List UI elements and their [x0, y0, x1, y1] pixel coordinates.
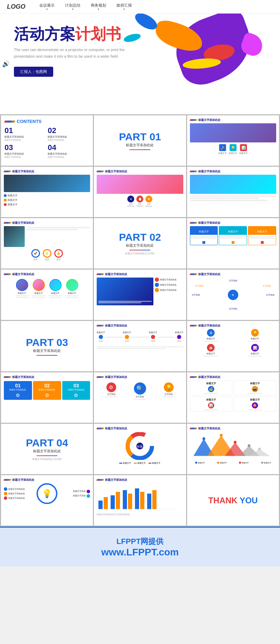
part03-slide: PART 03 标题文字添加此处: [1, 321, 93, 371]
barchart-slide: 标题文字添加此处 标题文字添加此处正文内容添加此处: [94, 475, 186, 526]
city-circle-slide: 标题文字添加此处 🚀 文字 ⭐ 文字 👍 文字: [1, 218, 93, 269]
contents-item-1: 01 标题文字添加此处 标题文字添加此处: [5, 126, 46, 142]
logo: LOGO: [7, 3, 25, 10]
part03-num: PART 03: [26, 337, 68, 348]
city-photo: [190, 123, 276, 142]
nav-bar: 会议展示 ▼ 计划总结 ▼ 商务规划 ▼ 政府汇报 ▼: [39, 3, 132, 10]
icons-list-slide: 标题文字添加此处 标题文字 💰 标题文字 📷 标题文字 📊: [187, 372, 279, 423]
svg-point-13: [248, 444, 250, 447]
mountain-slide: 标题文字添加此处 标题文字 标题文字 标题文字 标题文字: [187, 424, 279, 474]
part02-num: PART 02: [119, 231, 161, 243]
svg-rect-24: [147, 494, 151, 509]
steps-slide: 标题文字添加此处 01 标题文字添加此处 ⚙ 02 标题文字添加此处 ⚙ 03 …: [1, 372, 93, 423]
svg-rect-18: [111, 495, 115, 509]
contents-item-2: 02 标题文字添加此处 标题文字添加此处: [48, 126, 89, 142]
part01-title: 标题文字添加此处: [126, 143, 154, 148]
people-slide: 标题文字添加此处 标题文字 标题文字 标题文字: [1, 270, 93, 320]
svg-rect-17: [104, 497, 108, 509]
building-slide: 标题文字添加此处 标题文字添加此处 标题文字添加此处: [94, 270, 186, 320]
svg-point-12: [234, 441, 237, 444]
svg-rect-20: [123, 490, 127, 509]
lightbulb-slide: 标题文字添加此处 标题文字添加此处 标题文字添加此处 标题文字添加此处 💡: [1, 475, 93, 526]
hero-title-blue: 活动方案: [14, 25, 75, 42]
part04-title: 标题文字添加此处: [33, 449, 61, 454]
thankyou-slide: THANK YOU: [187, 475, 279, 526]
header: LOGO 会议展示 ▼ 计划总结 ▼ 商务规划 ▼ 政府汇报 ▼: [0, 0, 280, 14]
spider-slide: 标题文字添加此处 ⚙ 文字添加 文字添加 文字添加 文字添加 文字添加 文字添加: [187, 270, 279, 320]
svg-rect-25: [152, 490, 157, 509]
hero-slide: 活动方案计划书 The user can demonstrate on a pr…: [0, 14, 280, 114]
part02-slide: PART 02 标题文字添加此处 标题文字添加此处正文内容: [94, 218, 186, 269]
city-photo-slide: 标题文字添加此处 🚀 标题文字 💡 标题文字 📊 标题文字: [187, 115, 279, 166]
svg-point-14: [258, 448, 261, 451]
footer-brand: LFPPT网提供: [117, 536, 164, 547]
contents-grid: 01 标题文字添加此处 标题文字添加此处 02 标题文字添加此处 标题文字添加此…: [5, 126, 89, 159]
nav-item-2[interactable]: 计划总结 ▼: [65, 3, 80, 10]
contents-accent: CONTENTS: [5, 119, 89, 124]
timeline-slide: 标题文字添加此处 标题文字 添加 标题文字 添加 标题文字 添加 标题文字: [94, 321, 186, 371]
thankyou-text: THANK YOU: [208, 496, 258, 505]
hero-subtitle: The user can demonstrate on a projector …: [14, 47, 125, 59]
hero-title-red: 计划书: [75, 25, 121, 42]
slides-grid: CONTENTS 01 标题文字添加此处 标题文字添加此处 02 标题文字添加此…: [0, 114, 280, 527]
speaker-icon: 🔊: [2, 60, 10, 68]
svg-rect-16: [98, 501, 103, 509]
svg-rect-23: [140, 492, 144, 509]
part04-slide: PART 04 标题文字添加此处 标题文字添加此处正文内容: [1, 424, 93, 474]
icons-grid-slide: 标题文字添加此处 ⚙ 标题文字 💡 标题文字 🏠 标题文字 📊 标题文字: [187, 321, 279, 371]
nav-item-4[interactable]: 政府汇报 ▼: [117, 3, 132, 10]
contents-item-4: 04 标题文字添加此处 标题文字添加此处: [48, 143, 89, 159]
svg-rect-19: [116, 492, 120, 509]
part02-title: 标题文字添加此处: [126, 243, 154, 248]
hero-title: 活动方案计划书: [14, 26, 266, 42]
part01-slide: PART 01 标题文字添加此处: [94, 115, 186, 166]
thankyou-red: THANK: [208, 496, 240, 505]
footer-slide: LFPPT网提供 www.LFPPT.com: [0, 527, 280, 567]
city-bullets-slide: 标题文字添加此处 标题文字 标题文字 标题文字: [1, 167, 93, 217]
gear-slide: 标题文字添加此处 ⚙ 文字添加 🔍 文字添加 💡 文字添加: [94, 372, 186, 423]
laptop-slide: 标题文字添加此处 ¥ 文字 添加此处 📋 文字 添加此处 ⚙ 文字 添加此处: [94, 167, 186, 217]
svg-point-11: [220, 434, 223, 437]
part03-title: 标题文字添加此处: [33, 348, 61, 353]
svg-rect-21: [128, 494, 132, 509]
hero-reporter-btn[interactable]: 汇报人：包图网: [14, 67, 53, 77]
contents-label: CONTENTS: [17, 119, 42, 124]
office-slide: 标题文字添加此处: [187, 167, 279, 217]
nav-item-1[interactable]: 会议展示 ▼: [39, 3, 55, 10]
spiral-slide: 标题文字添加此处 标题 标题文字 标题文字 标题文字: [94, 424, 186, 474]
thankyou-blue: YOU: [240, 496, 258, 505]
cards-slide: 标题文字添加此处 标题文字 标题文字 标题文字: [187, 218, 279, 269]
contents-slide: CONTENTS 01 标题文字添加此处 标题文字添加此处 02 标题文字添加此…: [1, 115, 93, 166]
nav-item-3[interactable]: 商务规划 ▼: [91, 3, 106, 10]
part04-num: PART 04: [26, 437, 68, 449]
svg-rect-22: [135, 488, 139, 509]
footer-url: www.LFPPT.com: [101, 547, 179, 558]
contents-item-3: 03 标题文字添加此处 标题文字添加此处: [5, 143, 46, 159]
svg-point-10: [202, 437, 205, 440]
svg-text:标题: 标题: [137, 445, 143, 448]
part01-num: PART 01: [119, 131, 161, 143]
